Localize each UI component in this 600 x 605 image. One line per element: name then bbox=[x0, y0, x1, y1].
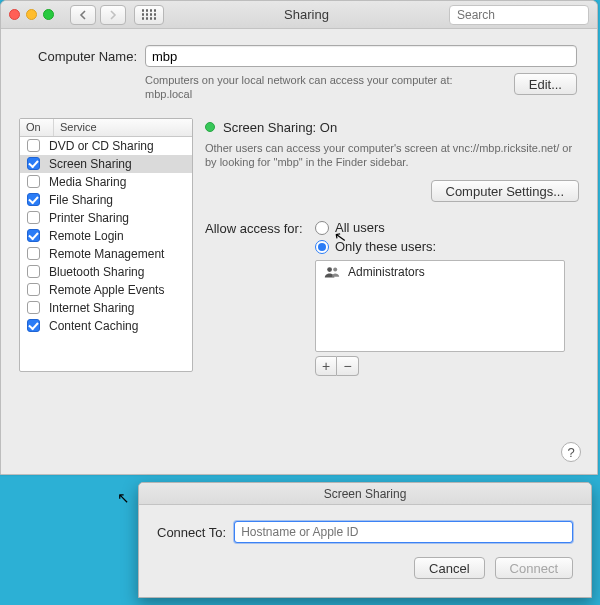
service-checkbox[interactable] bbox=[27, 301, 40, 314]
service-label: Media Sharing bbox=[49, 175, 126, 189]
services-header: On Service bbox=[20, 119, 192, 137]
connect-to-label: Connect To: bbox=[157, 525, 226, 540]
remove-user-button[interactable]: − bbox=[337, 356, 359, 376]
user-name: Administrators bbox=[348, 265, 425, 279]
service-checkbox[interactable] bbox=[27, 175, 40, 188]
radio-icon bbox=[315, 240, 329, 254]
col-service-header: Service bbox=[54, 119, 192, 136]
forward-button[interactable] bbox=[100, 5, 126, 25]
service-row[interactable]: Content Caching bbox=[20, 317, 192, 335]
connect-to-input[interactable] bbox=[234, 521, 573, 543]
service-checkbox[interactable] bbox=[27, 139, 40, 152]
service-label: Content Caching bbox=[49, 319, 138, 333]
radio-label: Only these users: bbox=[335, 239, 436, 254]
computer-name-hint: Computers on your local network can acce… bbox=[145, 73, 506, 102]
service-label: Screen Sharing bbox=[49, 157, 132, 171]
service-row[interactable]: Remote Login bbox=[20, 227, 192, 245]
help-button[interactable]: ? bbox=[561, 442, 581, 462]
service-row[interactable]: Internet Sharing bbox=[20, 299, 192, 317]
col-on-header: On bbox=[20, 119, 54, 136]
service-label: Printer Sharing bbox=[49, 211, 129, 225]
service-row[interactable]: Remote Management bbox=[20, 245, 192, 263]
status-hint: Other users can access your computer's s… bbox=[205, 141, 579, 171]
traffic-lights bbox=[9, 9, 54, 20]
dialog-title: Screen Sharing bbox=[139, 483, 591, 505]
service-checkbox[interactable] bbox=[27, 229, 40, 242]
service-checkbox[interactable] bbox=[27, 193, 40, 206]
service-checkbox[interactable] bbox=[27, 283, 40, 296]
minimize-window-button[interactable] bbox=[26, 9, 37, 20]
computer-name-label: Computer Name: bbox=[21, 49, 137, 64]
cancel-button[interactable]: Cancel bbox=[414, 557, 484, 579]
allowed-users-list[interactable]: Administrators bbox=[315, 260, 565, 352]
status-label: Screen Sharing: On bbox=[223, 120, 337, 135]
service-label: File Sharing bbox=[49, 193, 113, 207]
show-all-button[interactable] bbox=[134, 5, 164, 25]
edit-hostname-button[interactable]: Edit... bbox=[514, 73, 577, 95]
service-row[interactable]: Screen Sharing bbox=[20, 155, 192, 173]
computer-settings-button[interactable]: Computer Settings... bbox=[431, 180, 580, 202]
service-row[interactable]: Remote Apple Events bbox=[20, 281, 192, 299]
service-row[interactable]: Printer Sharing bbox=[20, 209, 192, 227]
grid-icon bbox=[142, 9, 157, 20]
service-label: Internet Sharing bbox=[49, 301, 134, 315]
sharing-preferences-window: Sharing Computer Name: Computers on your… bbox=[0, 0, 598, 475]
cursor-icon: ↖︎ bbox=[117, 489, 130, 507]
computer-name-input[interactable] bbox=[145, 45, 577, 67]
service-label: Remote Login bbox=[49, 229, 124, 243]
chevron-right-icon bbox=[109, 10, 117, 20]
back-button[interactable] bbox=[70, 5, 96, 25]
service-checkbox[interactable] bbox=[27, 319, 40, 332]
service-row[interactable]: File Sharing bbox=[20, 191, 192, 209]
service-label: Remote Apple Events bbox=[49, 283, 164, 297]
nav-buttons bbox=[70, 5, 126, 25]
service-checkbox[interactable] bbox=[27, 211, 40, 224]
add-user-button[interactable]: + bbox=[315, 356, 337, 376]
radio-only-these-users[interactable]: Only these users: bbox=[315, 239, 436, 254]
allow-access-label: Allow access for: bbox=[205, 220, 309, 236]
service-label: Remote Management bbox=[49, 247, 164, 261]
status-indicator-icon bbox=[205, 122, 215, 132]
service-detail-pane: Screen Sharing: On Other users can acces… bbox=[205, 118, 579, 377]
service-checkbox[interactable] bbox=[27, 265, 40, 278]
close-window-button[interactable] bbox=[9, 9, 20, 20]
radio-all-users[interactable]: All users bbox=[315, 220, 436, 235]
search-input[interactable] bbox=[457, 8, 600, 22]
service-row[interactable]: Media Sharing bbox=[20, 173, 192, 191]
service-checkbox[interactable] bbox=[27, 157, 40, 170]
svg-point-2 bbox=[327, 267, 332, 272]
window-title: Sharing bbox=[172, 7, 441, 22]
service-row[interactable]: Bluetooth Sharing bbox=[20, 263, 192, 281]
radio-icon bbox=[315, 221, 329, 235]
service-label: Bluetooth Sharing bbox=[49, 265, 144, 279]
zoom-window-button[interactable] bbox=[43, 9, 54, 20]
titlebar: Sharing bbox=[1, 1, 597, 29]
users-group-icon bbox=[324, 265, 340, 279]
service-checkbox[interactable] bbox=[27, 247, 40, 260]
radio-label: All users bbox=[335, 220, 385, 235]
chevron-left-icon bbox=[79, 10, 87, 20]
service-row[interactable]: DVD or CD Sharing bbox=[20, 137, 192, 155]
service-label: DVD or CD Sharing bbox=[49, 139, 154, 153]
svg-point-3 bbox=[333, 268, 337, 272]
screen-sharing-connect-dialog: Screen Sharing Connect To: Cancel Connec… bbox=[138, 482, 592, 598]
search-field[interactable] bbox=[449, 5, 589, 25]
list-item[interactable]: Administrators bbox=[316, 261, 564, 283]
services-table[interactable]: On Service DVD or CD SharingScreen Shari… bbox=[19, 118, 193, 372]
connect-button[interactable]: Connect bbox=[495, 557, 573, 579]
